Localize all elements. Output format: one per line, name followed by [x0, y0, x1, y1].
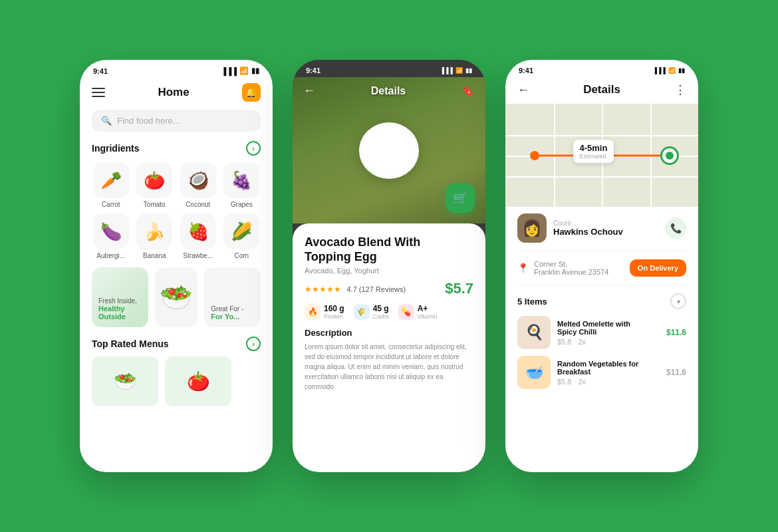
time-badge: 4-5min Estimated — [573, 140, 614, 163]
order-item-1-price: $5.8 — [557, 338, 571, 346]
back-arrow-3[interactable]: ← — [517, 83, 529, 97]
courier-name: Hawkins Ochouv — [553, 227, 623, 237]
ingredient-aubergine[interactable]: 🍆 Aubergi... — [92, 213, 130, 259]
aubergine-label: Aubergi... — [96, 252, 125, 259]
courier-label: Courir — [553, 219, 623, 227]
order-item-2-price: $5.8 — [557, 378, 571, 386]
food-image-area: ← Details 🔖 🛒 — [293, 77, 485, 223]
order-item-2-image: 🥣 — [517, 356, 551, 389]
strawberry-label: Strawbe... — [183, 252, 213, 259]
banner-healthy[interactable]: Fresh Inside, Healthy Outside — [92, 267, 148, 327]
wifi-icon-3: 📶 — [668, 67, 676, 74]
search-bar[interactable]: 🔍 Find food here... — [92, 110, 261, 132]
vitamin-label: Vitamin — [418, 313, 438, 320]
ingredient-carrot[interactable]: 🥕 Carrot — [92, 162, 130, 208]
salad-icon: 🥗 — [160, 282, 193, 313]
order-item-1-image: 🍳 — [517, 316, 551, 349]
delivery-estimated: Estimated — [580, 153, 608, 160]
cart-fab-button[interactable]: 🛒 — [446, 184, 475, 213]
order-item-2: 🥣 Random Vegetables forBreakfast $5.8 2x… — [517, 356, 686, 389]
location-pin-icon: 📍 — [517, 263, 529, 273]
map-area: 4-5min Estimated — [505, 104, 698, 207]
ingredient-banana[interactable]: 🍌 Banana — [136, 213, 174, 259]
menu-icon[interactable] — [92, 88, 105, 97]
ingredients-more-button[interactable]: › — [246, 141, 261, 156]
notification-icon[interactable]: 🔔 — [242, 83, 261, 102]
wifi-icon: 📶 — [239, 66, 249, 75]
status-bar-3: 9:41 ▐▐▐ 📶 ▮▮ — [505, 60, 698, 77]
food-price: $5.7 — [445, 280, 473, 297]
top-rated-item-2[interactable]: 🍅 — [165, 356, 231, 406]
order-item-1: 🍳 Melted Omelette withSpicy Chilli $5.8 … — [517, 316, 686, 349]
banner-greatfor-green: For Yo... — [211, 313, 254, 321]
ingredient-corn[interactable]: 🌽 Corn — [223, 213, 261, 259]
time-2: 9:41 — [306, 66, 321, 74]
vitamin-icon: 💊 — [398, 304, 414, 320]
top-rated-title: Top Rated Menus — [92, 338, 169, 349]
top-rated-row: 🥗 🍅 — [92, 356, 261, 406]
top-rated-item-1[interactable]: 🥗 — [92, 356, 158, 406]
wifi-icon-2: 📶 — [455, 67, 463, 74]
back-arrow-2[interactable]: ← — [303, 84, 315, 98]
order-item-1-total: $11.6 — [666, 328, 686, 337]
time-3: 9:41 — [519, 66, 533, 74]
corn-icon: 🌽 — [223, 213, 259, 249]
items-expand-button[interactable]: ▾ — [670, 293, 686, 309]
bookmark-icon[interactable]: 🔖 — [461, 84, 475, 97]
banana-label: Banana — [143, 252, 166, 259]
delivery-header: ← Details ⋮ — [505, 77, 698, 104]
call-button[interactable]: 📞 — [665, 217, 686, 239]
tomato-label: Tomato — [144, 201, 166, 208]
signal-icon: ▐▐▐ — [221, 67, 237, 75]
nutrition-vitamin: 💊 A+ Vitamin — [398, 304, 438, 320]
address-row: 📍 Corner St. Franklin Avenue 23574 On De… — [517, 259, 686, 285]
ingredients-grid: 🥕 Carrot 🍅 Tomato 🥥 Coconut 🍇 Grapes 🍆 A… — [92, 162, 261, 259]
ingredients-title: Ingridients — [92, 143, 140, 154]
corn-label: Corn — [234, 252, 249, 259]
more-options-icon[interactable]: ⋮ — [674, 82, 686, 97]
nutrition-protein-detail: 160 g Protein — [324, 304, 344, 320]
on-delivery-button[interactable]: On Delivery — [630, 259, 686, 277]
top-rated-header: Top Rated Menus › — [92, 336, 261, 351]
delivery-title: Details — [583, 83, 620, 96]
search-icon: 🔍 — [101, 116, 112, 126]
description-title: Description — [305, 328, 473, 338]
carbs-icon: 🌾 — [354, 304, 370, 320]
delivery-time: 4-5min — [580, 143, 608, 153]
food-image-header: ← Details 🔖 — [293, 77, 485, 104]
order-item-2-name: Random Vegetables forBreakfast — [557, 360, 638, 376]
coconut-icon: 🥥 — [180, 162, 216, 198]
carrot-icon: 🥕 — [93, 162, 129, 198]
ingredient-grapes[interactable]: 🍇 Grapes — [223, 162, 261, 208]
coconut-label: Coconut — [186, 201, 210, 208]
banner-healthy-text: Fresh Inside, — [98, 297, 142, 305]
ingredient-strawberry[interactable]: 🍓 Strawbe... — [179, 213, 217, 259]
address-line1: Corner St. — [534, 260, 608, 268]
signal-icon-2: ▐▐▐ — [440, 67, 453, 74]
banner-salad[interactable]: 🥗 — [155, 267, 198, 327]
phone-details: 9:41 ▐▐▐ 📶 ▮▮ ← Details 🔖 🛒 Avocado Blen… — [293, 60, 485, 472]
ingredient-tomato[interactable]: 🍅 Tomato — [136, 162, 174, 208]
banner-row: Fresh Inside, Healthy Outside 🥗 Great Fo… — [92, 267, 261, 327]
egg-visual — [359, 122, 419, 179]
status-icons-3: ▐▐▐ 📶 ▮▮ — [653, 67, 685, 74]
grapes-icon: 🍇 — [223, 162, 259, 198]
nutrition-row: 🔥 160 g Protein 🌾 45 g Carbs 💊 A+ Vitami… — [305, 304, 473, 320]
stars: ★★★★★ — [305, 285, 341, 294]
carbs-label: Carbs — [373, 313, 389, 320]
home-title: Home — [158, 86, 189, 99]
map-end-inner — [666, 152, 674, 160]
banner-greatfor[interactable]: Great For - For Yo... — [204, 267, 261, 327]
top-rated-more-button[interactable]: › — [246, 336, 261, 351]
address-line2: Franklin Avenue 23574 — [534, 268, 608, 276]
ingredient-coconut[interactable]: 🥥 Coconut — [179, 162, 217, 208]
battery-icon-2: ▮▮ — [465, 67, 472, 74]
courier-avatar: 👩 — [517, 213, 547, 243]
description-text: Lorem ipsum dolor sit amet, consectetur … — [305, 342, 473, 392]
order-item-1-qty: 2x — [578, 338, 586, 346]
vitamin-value: A+ — [418, 304, 438, 313]
status-bar-1: 9:41 ▐▐▐ 📶 ▮▮ — [80, 60, 273, 78]
home-header: Home 🔔 — [92, 78, 261, 110]
tomato-icon: 🍅 — [136, 162, 172, 198]
battery-icon: ▮▮ — [251, 66, 259, 75]
